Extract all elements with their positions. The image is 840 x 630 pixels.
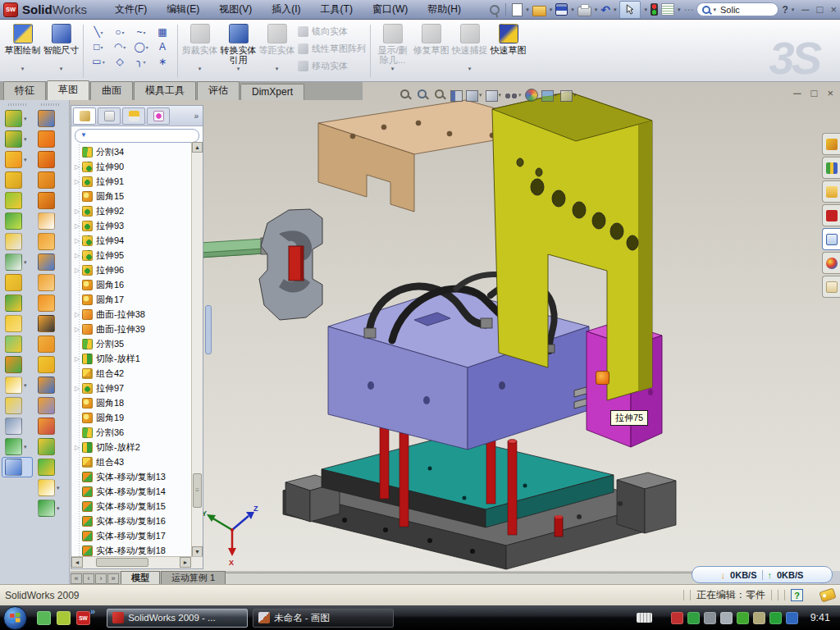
draft-analysis[interactable] xyxy=(34,375,66,395)
undo-button[interactable]: ↶ xyxy=(600,4,610,16)
expander-icon[interactable]: ▷ xyxy=(73,208,81,215)
tree-vertical-scrollbar[interactable]: ▲ ▼ xyxy=(191,142,203,557)
tree-item-圆角17[interactable]: 圆角17 xyxy=(71,292,203,307)
open-dropdown[interactable]: ▾ xyxy=(550,7,553,13)
tree-item-组合43[interactable]: 组合43 xyxy=(71,454,203,469)
extruded-boss[interactable]: ▾ xyxy=(2,108,33,129)
scroll-up-button[interactable]: ▲ xyxy=(192,142,203,153)
sketch-point[interactable]: ∗ xyxy=(152,54,173,69)
taskpane-tab-custom-properties[interactable] xyxy=(822,276,840,298)
boundary-boss[interactable] xyxy=(2,211,33,231)
quicklaunch-overflow-icon[interactable]: » xyxy=(90,606,95,616)
scroll-right-button[interactable]: ► xyxy=(180,557,191,568)
taskbar-window-paint[interactable]: 未命名 - 画图 xyxy=(253,609,394,628)
section-view[interactable] xyxy=(450,89,463,102)
menu-窗口(W)[interactable]: 窗口(W) xyxy=(363,1,418,18)
tree-item-组合42[interactable]: 组合42 xyxy=(71,366,203,381)
tree-item-实体-移动/复制15[interactable]: 实体-移动/复制15 xyxy=(71,499,203,514)
expander-icon[interactable]: ▷ xyxy=(73,222,81,230)
tree-item-曲面-拉伸39[interactable]: ▷曲面-拉伸39 xyxy=(71,322,203,336)
sketch-straight-slot[interactable]: ▭▾ xyxy=(88,54,109,69)
manager-overflow-icon[interactable]: » xyxy=(194,112,201,121)
tree-item-圆角15[interactable]: 圆角15 xyxy=(71,189,203,203)
expander-icon[interactable]: ▷ xyxy=(73,311,81,318)
tree-item-分割35[interactable]: 分割35 xyxy=(71,336,203,351)
hide-show-items[interactable]: ▾ xyxy=(504,89,522,100)
doc-tab-模型[interactable]: 模型 xyxy=(121,571,160,584)
reference-sketch[interactable] xyxy=(2,231,33,252)
help-dropdown[interactable]: ▾ xyxy=(792,7,795,13)
helix-curve[interactable]: ▾ xyxy=(2,436,33,457)
select-dropdown[interactable]: ▾ xyxy=(644,7,647,13)
replace-face[interactable] xyxy=(34,334,66,354)
extruded-cut[interactable]: ▾ xyxy=(2,129,33,149)
solidworks-launcher[interactable]: SW xyxy=(76,611,90,625)
antivirus[interactable] xyxy=(671,612,683,624)
tree-horizontal-scrollbar[interactable]: ◄ ► xyxy=(71,556,203,568)
expander-icon[interactable]: ▷ xyxy=(73,237,81,244)
cm-convert-entities[interactable]: 转换实体引用▾ xyxy=(219,21,258,72)
tree-item-拉伸95[interactable]: ▷拉伸95 xyxy=(71,248,203,262)
tree-item-拉伸92[interactable]: ▷拉伸92 xyxy=(71,203,203,218)
taskpane-tab-solidworks-search[interactable] xyxy=(822,204,840,226)
sketch-box-select[interactable]: ▦ xyxy=(152,25,173,39)
tree-item-实体-移动/复制14[interactable]: 实体-移动/复制14 xyxy=(71,484,203,499)
view-settings[interactable]: ▾ xyxy=(560,89,577,102)
draft[interactable] xyxy=(2,293,33,313)
cm-smart-dimension[interactable]: 智能尺寸▾ xyxy=(42,21,80,72)
tree-item-切除-放样1[interactable]: ▷切除-放样1 xyxy=(71,351,203,366)
view-orientation[interactable]: ▾ xyxy=(466,89,482,102)
sketch-line[interactable]: ╲▾ xyxy=(88,25,109,39)
swept-surface[interactable] xyxy=(34,149,66,170)
display-style[interactable]: ▾ xyxy=(486,89,502,102)
save-dropdown[interactable]: ▾ xyxy=(571,7,574,13)
expander-icon[interactable]: ▷ xyxy=(73,252,81,259)
search-scope-dropdown[interactable]: ▾ xyxy=(713,7,716,13)
tree-item-圆角16[interactable]: 圆角16 xyxy=(71,277,203,292)
linear-pattern[interactable]: ▾ xyxy=(2,252,33,272)
print-button[interactable] xyxy=(578,7,591,16)
doc-nav-next[interactable]: › xyxy=(95,573,107,584)
safety-center[interactable] xyxy=(57,611,71,625)
network-speed-widget[interactable]: ↓ 0KB/S ↑ 0KB/S xyxy=(692,566,833,583)
previous-view[interactable] xyxy=(433,88,447,102)
extend-surface[interactable] xyxy=(34,252,66,272)
knit-surface[interactable] xyxy=(34,272,66,293)
manager-tab-dimxpertmanager[interactable] xyxy=(147,107,170,125)
sketch-polygon[interactable]: ◇ xyxy=(109,54,130,69)
tree-item-切除-放样2[interactable]: ▷切除-放样2 xyxy=(71,440,203,454)
menu-编辑(E)[interactable]: 编辑(E) xyxy=(157,1,209,18)
volume[interactable] xyxy=(720,612,733,624)
fillet[interactable]: ▾ xyxy=(2,149,33,170)
menu-插入(I)[interactable]: 插入(I) xyxy=(262,1,310,18)
tooling-split[interactable] xyxy=(34,436,66,457)
instant3d[interactable] xyxy=(2,457,33,477)
sketch-centerpoint-arc[interactable]: ◠▾ xyxy=(109,39,130,54)
menu-工具(T)[interactable]: 工具(T) xyxy=(311,1,363,18)
tree-item-圆角19[interactable]: 圆角19 xyxy=(71,410,203,425)
taskbar-window-solidworks[interactable]: SolidWorks 2009 - ... xyxy=(107,609,248,628)
restore-button[interactable]: □ xyxy=(817,4,824,16)
taskpane-tab-design-library[interactable] xyxy=(822,157,840,179)
messenger[interactable] xyxy=(37,611,51,625)
taskpane-tab-view-palette[interactable] xyxy=(822,228,840,250)
manager-tab-configurationmanager[interactable] xyxy=(122,107,145,125)
doc-restore-button[interactable]: □ xyxy=(811,88,818,99)
taskpane-tab-file-explorer[interactable] xyxy=(822,180,840,203)
tree-item-实体-移动/复制17[interactable]: 实体-移动/复制17 xyxy=(71,528,203,543)
shut-off-surface[interactable] xyxy=(34,416,66,436)
doc-tab-运动算例 1[interactable]: 运动算例 1 xyxy=(161,571,226,584)
new-document-button[interactable] xyxy=(512,3,523,16)
expander-icon[interactable]: ▷ xyxy=(73,326,81,333)
lofted-surface[interactable] xyxy=(34,170,66,190)
network-warning[interactable] xyxy=(753,612,765,624)
new-dropdown[interactable]: ▾ xyxy=(526,7,529,13)
options-list-icon[interactable] xyxy=(661,3,674,16)
menu-视图(V)[interactable]: 视图(V) xyxy=(209,1,262,18)
mold-curve[interactable]: ▾ xyxy=(34,498,66,518)
surface-fillet[interactable] xyxy=(34,293,66,313)
manager-tab-propertymanager[interactable] xyxy=(98,107,121,125)
sketch-corner-rectangle[interactable]: □▾ xyxy=(88,39,109,54)
tree-item-圆角18[interactable]: 圆角18 xyxy=(71,395,203,410)
help-button[interactable]: ? xyxy=(782,4,788,16)
